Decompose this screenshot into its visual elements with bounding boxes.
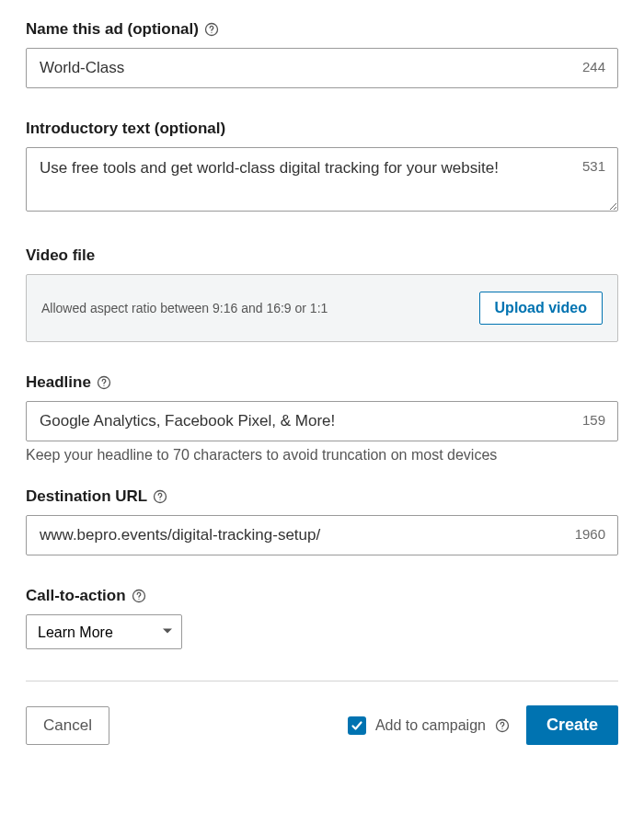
help-icon[interactable] bbox=[204, 22, 219, 37]
footer-right: Add to campaign Create bbox=[348, 705, 618, 745]
name-ad-label: Name this ad (optional) bbox=[26, 20, 199, 39]
name-ad-label-row: Name this ad (optional) bbox=[26, 20, 618, 39]
add-to-campaign-checkbox[interactable] bbox=[348, 716, 366, 735]
intro-text-field: Introductory text (optional) Use free to… bbox=[26, 120, 618, 215]
headline-input[interactable] bbox=[26, 401, 618, 441]
headline-label-row: Headline bbox=[26, 373, 618, 392]
name-ad-input[interactable] bbox=[26, 48, 618, 88]
help-icon[interactable] bbox=[495, 718, 510, 733]
video-upload-box: Allowed aspect ratio between 9:16 and 16… bbox=[26, 274, 618, 342]
upload-video-button[interactable]: Upload video bbox=[479, 292, 603, 325]
video-file-field: Video file Allowed aspect ratio between … bbox=[26, 246, 618, 342]
headline-field: Headline 159 Keep your headline to 70 ch… bbox=[26, 373, 618, 464]
intro-text-label: Introductory text (optional) bbox=[26, 120, 225, 138]
help-icon[interactable] bbox=[97, 375, 111, 390]
add-to-campaign-group: Add to campaign bbox=[348, 716, 510, 735]
destination-url-label: Destination URL bbox=[26, 487, 147, 506]
headline-label: Headline bbox=[26, 373, 91, 392]
name-ad-input-wrap: 244 bbox=[26, 48, 618, 88]
video-file-label: Video file bbox=[26, 246, 95, 265]
headline-hint: Keep your headline to 70 characters to a… bbox=[26, 447, 618, 464]
svg-point-7 bbox=[138, 599, 139, 600]
cancel-button[interactable]: Cancel bbox=[26, 706, 109, 745]
svg-point-1 bbox=[211, 32, 212, 33]
cta-label-row: Call-to-action bbox=[26, 587, 618, 605]
help-icon[interactable] bbox=[153, 489, 167, 504]
name-ad-field: Name this ad (optional) 244 bbox=[26, 20, 618, 88]
help-icon[interactable] bbox=[132, 589, 146, 603]
headline-input-wrap: 159 bbox=[26, 401, 618, 441]
video-aspect-hint: Allowed aspect ratio between 9:16 and 16… bbox=[41, 301, 328, 315]
svg-point-9 bbox=[501, 727, 502, 728]
cta-select-wrap: Learn More bbox=[26, 614, 182, 649]
footer-divider bbox=[26, 681, 618, 681]
intro-text-input-wrap: Use free tools and get world-class digit… bbox=[26, 147, 618, 215]
destination-url-input[interactable] bbox=[26, 515, 618, 555]
cta-select[interactable]: Learn More bbox=[26, 614, 182, 649]
cta-label: Call-to-action bbox=[26, 587, 126, 605]
destination-url-input-wrap: 1960 bbox=[26, 515, 618, 555]
destination-url-field: Destination URL 1960 bbox=[26, 487, 618, 555]
intro-text-input[interactable]: Use free tools and get world-class digit… bbox=[26, 147, 618, 212]
svg-point-5 bbox=[160, 499, 161, 500]
video-file-label-row: Video file bbox=[26, 246, 618, 265]
cta-field: Call-to-action Learn More bbox=[26, 587, 618, 649]
footer: Cancel Add to campaign Create bbox=[26, 705, 618, 745]
intro-text-label-row: Introductory text (optional) bbox=[26, 120, 618, 138]
destination-url-label-row: Destination URL bbox=[26, 487, 618, 506]
svg-point-3 bbox=[103, 385, 104, 386]
add-to-campaign-label: Add to campaign bbox=[375, 717, 486, 734]
create-button[interactable]: Create bbox=[526, 705, 618, 745]
